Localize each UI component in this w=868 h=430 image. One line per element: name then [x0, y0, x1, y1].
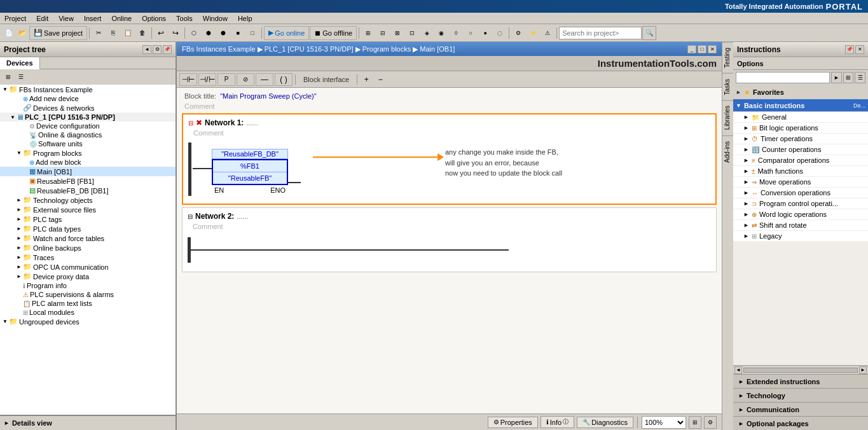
tree-detail-btn[interactable]: ☰	[15, 71, 27, 83]
copy-btn[interactable]: ⎘	[106, 26, 120, 40]
menu-item-insert[interactable]: Insert	[82, 14, 104, 23]
search-input[interactable]	[559, 27, 642, 39]
tree-item-plc-sup[interactable]: ⚠ PLC supervisions & alarms	[0, 290, 176, 299]
extended-instructions-section[interactable]: ► Extended instructions	[733, 374, 868, 388]
tb16[interactable]: ⚙	[511, 26, 525, 40]
tree-item-local-modules[interactable]: ⊞ Local modules	[0, 308, 176, 317]
zoom-out-btn[interactable]: −	[374, 73, 387, 86]
right-tab-addins[interactable]: Add-ins	[722, 135, 733, 168]
inst-item-timer[interactable]: ► ⏱ Timer operations	[733, 134, 868, 144]
right-tab-testing[interactable]: Testing	[722, 42, 733, 73]
contact-btn[interactable]: ⊣⊢	[179, 73, 197, 86]
inst-item-conversion[interactable]: ► ↔ Conversion operations	[733, 188, 868, 198]
tb17[interactable]: ⚡	[526, 26, 540, 40]
tree-item-traces[interactable]: ► 📁 Traces	[0, 253, 176, 262]
menu-item-edit[interactable]: Edit	[34, 14, 50, 23]
tb3[interactable]: ⬣	[216, 26, 230, 40]
right-tab-tasks[interactable]: Tasks	[722, 73, 733, 101]
technology-section[interactable]: ► Technology	[733, 388, 868, 402]
tree-item-device-config[interactable]: ⚙ Device configuration	[0, 121, 176, 130]
zoom-fit-btn[interactable]: ⊞	[689, 416, 701, 429]
inst-close-btn[interactable]: ✕	[855, 45, 864, 54]
fb-block-1[interactable]: "ReusableFB_DB" %FB1 "ReusableFB" EN ENO	[212, 149, 288, 196]
network2-collapse[interactable]: ⊟	[188, 213, 193, 220]
communication-section[interactable]: ► Communication	[733, 402, 868, 416]
inst-list-btn[interactable]: ☰	[855, 72, 865, 83]
tree-view-btn[interactable]: ⊞	[3, 71, 14, 83]
wire-btn[interactable]: —	[256, 73, 273, 86]
pos-edge-btn[interactable]: P	[217, 73, 235, 86]
inst-item-program-ctrl[interactable]: ► ⊃ Program control operati...	[733, 198, 868, 209]
undo-btn[interactable]: ↩	[154, 26, 168, 40]
zoom-options-btn[interactable]: ⚙	[704, 416, 717, 429]
tb18[interactable]: ⚠	[541, 26, 555, 40]
go-online-btn[interactable]: ▶ Go online	[264, 26, 309, 40]
save-btn[interactable]: 💾Save project	[29, 26, 87, 40]
tree-pin-btn[interactable]: 📌	[163, 45, 172, 54]
inst-search-input[interactable]	[736, 72, 830, 83]
info-btn[interactable]: ℹ Info ⓘ	[541, 416, 574, 428]
inst-item-shift[interactable]: ► ⇄ Shift and rotate	[733, 220, 868, 231]
tree-item-device-proxy[interactable]: ► 📁 Device proxy data	[0, 272, 176, 281]
menu-item-options[interactable]: Options	[140, 14, 168, 23]
search-btn[interactable]: 🔍	[642, 26, 656, 40]
tree-item-online-diag[interactable]: 📡 Online & diagnostics	[0, 130, 176, 139]
inst-search-btn[interactable]: ►	[831, 72, 842, 83]
inst-item-general[interactable]: ► 📁 General	[733, 112, 868, 123]
tree-item-plc-tags[interactable]: ► 📁 PLC tags	[0, 214, 176, 224]
tb10[interactable]: ◈	[420, 26, 434, 40]
tree-item-plc-alarm-text[interactable]: 📋 PLC alarm text lists	[0, 299, 176, 308]
tree-item-reusablefb[interactable]: ▣ ReusableFB [FB1]	[0, 176, 176, 186]
menu-item-tools[interactable]: Tools	[174, 14, 195, 23]
tb8[interactable]: ⊠	[390, 26, 404, 40]
properties-btn[interactable]: ⚙ Properties	[488, 417, 538, 428]
inst-item-counter[interactable]: ► 🔢 Counter operations	[733, 144, 868, 155]
details-view-panel[interactable]: ► Details view	[0, 415, 176, 430]
tree-item-program-blocks[interactable]: ▼ 📁 Program blocks	[0, 148, 176, 158]
tree-item-opc-ua[interactable]: ► 📁 OPC UA communication	[0, 262, 176, 272]
tree-item-program-info[interactable]: ℹ Program info	[0, 281, 176, 290]
network1-collapse[interactable]: ⊟	[188, 120, 193, 127]
tb15[interactable]: ◌	[493, 26, 507, 40]
new-btn[interactable]: 📄	[3, 26, 15, 40]
inst-item-word-logic[interactable]: ► ⊕ Word logic operations	[733, 209, 868, 220]
tree-root[interactable]: ▼ 📁 FBs Instances Example	[0, 85, 176, 94]
switch-btn[interactable]: ⊘	[237, 73, 254, 86]
tree-collapse-btn[interactable]: ◄	[142, 45, 151, 54]
inst-item-legacy[interactable]: ► ⊞ Legacy	[733, 231, 868, 242]
horizontal-scrollbar[interactable]: ◄ ►	[733, 365, 868, 374]
inst-grid-btn[interactable]: ⊞	[843, 72, 854, 83]
tree-item-plc1[interactable]: ▼ 🖥 PLC_1 [CPU 1516-3 PN/DP]	[0, 113, 176, 121]
menu-item-view[interactable]: View	[57, 14, 76, 23]
go-offline-btn[interactable]: ⏹ Go offline	[310, 26, 357, 40]
menu-item-online[interactable]: Online	[109, 14, 134, 23]
menu-item-project[interactable]: Project	[3, 14, 28, 23]
nc-contact-btn[interactable]: ⊣/⊢	[198, 73, 216, 86]
tb2[interactable]: ⬢	[202, 26, 216, 40]
win-min-btn[interactable]: _	[687, 45, 696, 53]
paste-btn[interactable]: 📋	[121, 26, 135, 40]
tree-item-ungrouped[interactable]: ▼ 📁 Ungrouped devices	[0, 317, 176, 326]
tb13[interactable]: ○	[464, 26, 478, 40]
zoom-in-btn[interactable]: +	[360, 73, 373, 86]
tree-item-devices-networks[interactable]: 🔗 Devices & networks	[0, 103, 176, 113]
devices-tab[interactable]: Devices	[0, 57, 40, 69]
tb14[interactable]: ●	[478, 26, 492, 40]
tree-settings-btn[interactable]: ⚙	[153, 45, 162, 54]
tree-item-main-ob1[interactable]: ▦ Main [OB1]	[0, 167, 176, 176]
tree-item-online-backup[interactable]: ► 📁 Online backups	[0, 243, 176, 253]
tb12[interactable]: ◊	[449, 26, 463, 40]
favorites-section-header[interactable]: ► ★ Favorites	[733, 86, 868, 99]
tb4[interactable]: ■	[231, 26, 245, 40]
tree-item-watch-force[interactable]: ► 📁 Watch and force tables	[0, 233, 176, 243]
win-max-btn[interactable]: □	[698, 45, 706, 53]
zoom-select[interactable]: 100% 75% 150% 200%	[642, 416, 686, 429]
redo-btn[interactable]: ↪	[169, 26, 183, 40]
tree-item-add-block[interactable]: ⊕ Add new block	[0, 158, 176, 167]
tb9[interactable]: ⊡	[405, 26, 419, 40]
tb5[interactable]: □	[245, 26, 259, 40]
menu-item-help[interactable]: Help	[236, 14, 254, 23]
open-btn[interactable]: 📂	[16, 26, 29, 40]
inst-item-comparator[interactable]: ► ≡ Comparator operations	[733, 155, 868, 166]
tree-item-tech-objects[interactable]: ► 📁 Technology objects	[0, 195, 176, 205]
